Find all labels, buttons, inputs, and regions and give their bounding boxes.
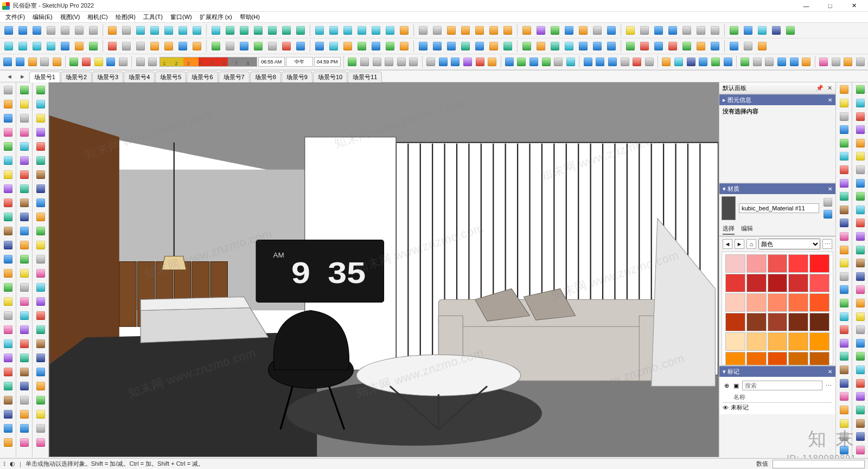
- toolbar-button[interactable]: [742, 24, 755, 37]
- menu-item[interactable]: 文件(F): [2, 13, 28, 21]
- lookaround-button[interactable]: [34, 365, 47, 378]
- window-maximize-button[interactable]: □: [818, 0, 842, 12]
- toolbar-button[interactable]: [520, 40, 533, 53]
- toolbar-button[interactable]: [591, 24, 604, 37]
- material-swatch[interactable]: [809, 352, 829, 365]
- dimension-button[interactable]: [2, 323, 15, 336]
- toolbar-button[interactable]: [87, 40, 100, 53]
- plugin-m-button[interactable]: [838, 243, 851, 256]
- scene-tab[interactable]: 场景号7: [219, 72, 250, 82]
- toolbar-button[interactable]: [162, 40, 175, 53]
- plugin-r-button[interactable]: [854, 364, 867, 376]
- toolbar-button[interactable]: [680, 24, 693, 37]
- toolbar-button[interactable]: [756, 24, 769, 37]
- menu-item[interactable]: 视图(V): [57, 13, 84, 21]
- toolbar-button[interactable]: [666, 40, 679, 53]
- plugin-d-button[interactable]: [854, 177, 867, 189]
- material-swatch[interactable]: [725, 313, 745, 331]
- panel-close-icon[interactable]: ✕: [828, 369, 832, 375]
- toolbar-button[interactable]: [619, 55, 630, 68]
- toolbar-button[interactable]: [739, 55, 751, 68]
- toolbar-button[interactable]: [756, 40, 769, 53]
- match-button[interactable]: [18, 337, 31, 350]
- material-sample-button[interactable]: [822, 209, 833, 220]
- toolbar-button[interactable]: [355, 24, 368, 37]
- status-person-icon[interactable]: ◐: [10, 460, 15, 467]
- toolbar-button[interactable]: [727, 40, 741, 53]
- plugin-e-button[interactable]: [854, 190, 867, 203]
- toolbar-button[interactable]: [134, 24, 147, 37]
- plugin-p-button[interactable]: [854, 337, 867, 350]
- material-swatch[interactable]: [725, 332, 745, 351]
- solid2-button[interactable]: [34, 436, 47, 449]
- material-swatch[interactable]: [788, 313, 808, 331]
- toolbar-button[interactable]: [39, 55, 50, 68]
- toolbar-button[interactable]: [503, 55, 515, 68]
- menu-item[interactable]: 相机(C): [84, 13, 111, 21]
- toolbar-button[interactable]: [431, 40, 444, 53]
- toolbar-button[interactable]: [30, 24, 43, 37]
- arc2-button[interactable]: [2, 154, 15, 167]
- pushpull-button[interactable]: [2, 196, 15, 209]
- tag-add-button[interactable]: ⊕: [723, 380, 730, 391]
- window-close-button[interactable]: ✕: [842, 0, 866, 12]
- toolbar-button[interactable]: [751, 55, 763, 68]
- toolbar-button[interactable]: [120, 24, 133, 37]
- toolbar-button[interactable]: [516, 55, 527, 68]
- toolbar-button[interactable]: [147, 55, 158, 68]
- plugin-f-button[interactable]: [854, 203, 867, 216]
- tray-title-bar[interactable]: 默认面板 📌 ✕: [719, 82, 835, 94]
- panel-markers-header[interactable]: ▾ 标记 ✕: [719, 366, 835, 377]
- material-swatch[interactable]: [768, 274, 788, 292]
- section-button[interactable]: [2, 408, 15, 421]
- toolbar-button[interactable]: [106, 24, 119, 37]
- plugin-q-button[interactable]: [854, 350, 867, 363]
- toolbar-button[interactable]: [855, 55, 866, 68]
- toolbar-button[interactable]: [27, 55, 38, 68]
- material-swatch[interactable]: [788, 254, 808, 273]
- offset-button[interactable]: [34, 140, 47, 153]
- window-minimize-button[interactable]: —: [794, 0, 818, 12]
- sandbox1-button[interactable]: [18, 98, 31, 111]
- toolbar-button[interactable]: [487, 24, 500, 37]
- material-swatch[interactable]: [746, 332, 767, 351]
- toolbar-button[interactable]: [710, 55, 722, 68]
- toolbar-button[interactable]: [2, 24, 15, 37]
- toolbar-button[interactable]: [459, 24, 472, 37]
- plugin-j-button[interactable]: [854, 257, 867, 269]
- scene-tab[interactable]: 场景号11: [348, 72, 382, 82]
- toolbar-button[interactable]: [770, 24, 783, 37]
- sandbox1-button[interactable]: [34, 394, 47, 407]
- toolbar-button[interactable]: [459, 40, 472, 53]
- plugin-h-button[interactable]: [838, 177, 851, 189]
- panel-close-icon[interactable]: ✕: [828, 186, 832, 192]
- material-swatch[interactable]: [788, 274, 808, 292]
- rotate-button[interactable]: [2, 239, 15, 252]
- toolbar-button[interactable]: [294, 40, 307, 53]
- toolbar-button[interactable]: [347, 55, 358, 68]
- toolbar-button[interactable]: [709, 40, 722, 53]
- geo-button[interactable]: [18, 295, 31, 308]
- plugin-m-button[interactable]: [854, 297, 867, 310]
- toolbar-button[interactable]: [540, 55, 552, 68]
- toolbar-button[interactable]: [59, 24, 72, 37]
- addloc-button[interactable]: [18, 309, 31, 322]
- material-swatch[interactable]: [809, 274, 829, 292]
- subtract-button[interactable]: [18, 224, 31, 237]
- material-swatch[interactable]: [809, 293, 829, 312]
- toolbar-button[interactable]: [548, 24, 561, 37]
- toolbar-button[interactable]: [445, 24, 458, 37]
- material-swatch[interactable]: [725, 352, 745, 365]
- toolbar-button[interactable]: [553, 55, 564, 68]
- union-button[interactable]: [18, 210, 31, 223]
- zoom-button[interactable]: [34, 309, 47, 322]
- material-create-button[interactable]: [822, 197, 833, 208]
- plugin-5-button[interactable]: [854, 110, 867, 123]
- paint-button[interactable]: [34, 267, 47, 280]
- toolbar-button[interactable]: [176, 40, 189, 53]
- orbit-button[interactable]: [34, 281, 47, 294]
- measure-input[interactable]: [773, 460, 865, 468]
- plugin-6-button[interactable]: [854, 124, 867, 136]
- toolbar-button[interactable]: [44, 24, 58, 37]
- solid1-button[interactable]: [18, 126, 31, 139]
